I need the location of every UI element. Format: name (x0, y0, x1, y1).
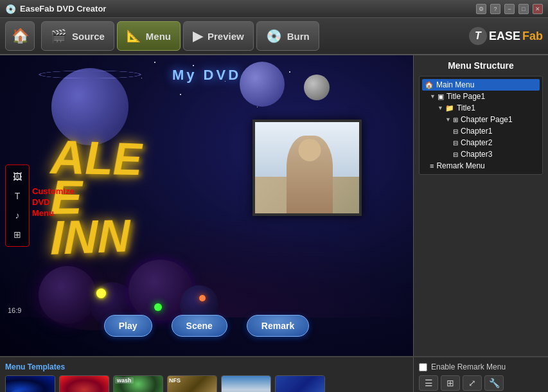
page-icon: ▣ (438, 93, 444, 101)
list-view-button[interactable]: ☰ (419, 375, 438, 391)
tree-item-title1[interactable]: ▼ 📁 Title1 (422, 102, 540, 114)
source-tab[interactable]: 🎬 Source (41, 21, 114, 51)
close-button[interactable]: ✕ (533, 4, 543, 14)
bottom-tools-row: ☰ ⊞ ⤢ 🔧 (419, 375, 543, 391)
image-tool-button[interactable]: 🖼 (8, 168, 26, 186)
tree-item-remark-menu[interactable]: ≡ Remark Menu (422, 160, 540, 172)
logo-icon: T (469, 27, 487, 45)
tree-item-chapter3[interactable]: ⊟ Chapter3 (422, 148, 540, 160)
minimize-button[interactable]: − (504, 4, 515, 14)
tree-label-title-page1: Title Page1 (446, 92, 485, 101)
app-title: EaseFab DVD Creator (20, 4, 106, 13)
tree-label-chapter2: Chapter2 (461, 138, 492, 147)
aspect-ratio-label: 16:9 (8, 307, 21, 314)
preview-label: Preview (208, 31, 244, 42)
star (193, 65, 194, 66)
text-tool-button[interactable]: T (8, 187, 26, 205)
tree-label-chapter-page1: Chapter Page1 (461, 115, 513, 124)
folder-icon: 📁 (445, 104, 454, 112)
template-nfs[interactable]: NFS NFS (167, 375, 217, 392)
play-button[interactable]: Play (104, 315, 152, 337)
menu-tab[interactable]: 📐 Menu (117, 21, 181, 51)
remark-checkbox-area: Enable Remark Menu (419, 362, 543, 371)
window-controls: ⚙ ? − □ ✕ (476, 4, 543, 14)
templates-row: SurfsUp BabyGirl wash Full NFS NFS (5, 375, 408, 392)
grid-tool-button[interactable]: ⊞ (8, 226, 26, 244)
template-journey[interactable]: Journey (221, 375, 271, 392)
music-tool-button[interactable]: ♪ (8, 206, 26, 224)
customize-label: CustomizeDVDMenu (32, 186, 75, 219)
main-content: My DVD ALEEINN 🖼 T ♪ ⊞ CustomizeDVDMenu … (0, 55, 548, 356)
logo-fab: Fab (522, 30, 543, 43)
person-silhouette (287, 136, 333, 213)
orb-orange (199, 295, 206, 301)
template-nfs-bg: NFS (168, 376, 217, 392)
source-label: Source (72, 31, 105, 42)
preview-icon: ▶ (193, 28, 202, 44)
settings-button[interactable]: ⚙ (476, 4, 486, 14)
chapter-icon: ⊟ (453, 139, 458, 147)
tree-label-main-menu: Main Menu (436, 80, 474, 89)
tree-item-title-page1[interactable]: ▼ ▣ Title Page1 (422, 91, 540, 102)
dvd-title: My DVD (0, 67, 413, 84)
bottom-panel: Menu Templates SurfsUp BabyGirl wash Ful… (0, 356, 548, 392)
template-full[interactable]: wash Full (113, 375, 163, 392)
right-panel: Menu Structure 🏠 Main Menu ▼ ▣ Title Pag… (413, 55, 548, 356)
tree-item-chapter2[interactable]: ⊟ Chapter2 (422, 137, 540, 148)
tree-item-chapter1[interactable]: ⊟ Chapter1 (422, 125, 540, 137)
orb-green (154, 303, 162, 311)
menu-tree: 🏠 Main Menu ▼ ▣ Title Page1 ▼ 📁 Title1 ▼… (419, 76, 543, 175)
app-title-area: 💿 EaseFab DVD Creator (5, 4, 106, 14)
menu-label: Menu (146, 31, 171, 42)
chapter-icon: ⊟ (453, 128, 458, 135)
star (257, 107, 258, 107)
grid-view-button[interactable]: ⊞ (441, 375, 460, 391)
thumb-detail (9, 389, 28, 392)
templates-label: Menu Templates (5, 362, 408, 371)
remark-button[interactable]: Remark (247, 315, 309, 337)
menu-structure-title: Menu Structure (419, 60, 543, 71)
nav-buttons-row: Play Scene Remark (0, 315, 413, 337)
video-frame-inner (255, 122, 359, 213)
template-nomenu-bg (276, 376, 324, 392)
tree-label-title1: Title1 (457, 103, 475, 112)
tree-item-chapter-page1[interactable]: ▼ ⊞ Chapter Page1 (422, 114, 540, 125)
arrow-icon: ▼ (430, 93, 436, 100)
template-surfsup-bg (6, 376, 55, 392)
remark-checkbox[interactable] (419, 363, 427, 371)
star (154, 62, 155, 63)
toolbar: 🏠 🎬 Source 📐 Menu ▶ Preview 💿 Burn T EAS… (0, 18, 548, 55)
maximize-button[interactable]: □ (518, 4, 529, 14)
tree-item-main-menu[interactable]: 🏠 Main Menu (422, 79, 540, 91)
scene-button[interactable]: Scene (172, 315, 227, 337)
person-head (299, 139, 321, 161)
home-button[interactable]: 🏠 (5, 21, 35, 51)
settings-tool-button[interactable]: 🔧 (484, 375, 504, 391)
logo: T EASEFab (469, 27, 543, 45)
template-surfsup[interactable]: SurfsUp (5, 375, 55, 392)
source-icon: 🎬 (51, 28, 67, 44)
remark-checkbox-label: Enable Remark Menu (431, 362, 506, 371)
burn-label: Burn (287, 31, 310, 42)
help-button[interactable]: ? (490, 4, 500, 14)
right-bottom-controls: Enable Remark Menu ☰ ⊞ ⤢ 🔧 (413, 357, 548, 392)
expand-button[interactable]: ⤢ (463, 375, 482, 391)
nfs-text: NFS (169, 377, 181, 384)
menu-icon: 📐 (127, 29, 141, 43)
burn-tab[interactable]: 💿 Burn (256, 21, 319, 51)
arrow-icon: ▼ (438, 105, 443, 111)
arrow-icon: ▼ (445, 116, 451, 123)
tree-label-chapter3: Chapter3 (461, 150, 492, 159)
template-journey-bg (222, 376, 270, 392)
templates-area: Menu Templates SurfsUp BabyGirl wash Ful… (0, 357, 413, 392)
orb-yellow (96, 289, 106, 298)
app-icon: 💿 (5, 4, 16, 14)
video-thumbnail[interactable] (252, 120, 362, 216)
template-babygirl-bg (60, 376, 109, 392)
preview-tab[interactable]: ▶ Preview (183, 21, 254, 51)
logo-ease: EASE (489, 30, 520, 43)
star (180, 94, 181, 95)
template-babygirl[interactable]: BabyGirl (59, 375, 109, 392)
full-badge: wash (115, 377, 134, 384)
template-nomenu[interactable]: No Menu (275, 375, 325, 392)
